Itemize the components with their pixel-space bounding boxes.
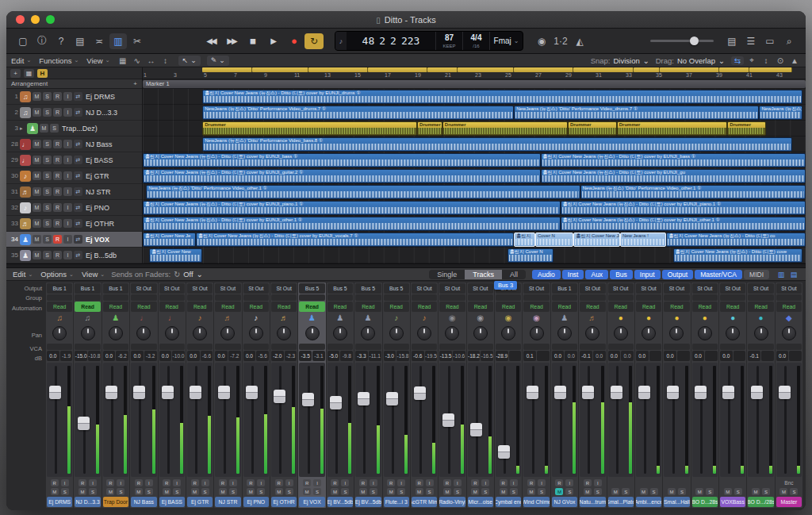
peak-value[interactable]	[789, 351, 802, 361]
output-slot[interactable]: St Out	[664, 283, 689, 294]
solo-button[interactable]: S	[89, 488, 97, 495]
vca-slot[interactable]	[75, 344, 100, 350]
output-slot[interactable]: St Out	[523, 283, 549, 294]
automation-mode-button[interactable]: Read	[159, 302, 185, 312]
mute-button[interactable]: M	[191, 488, 199, 495]
solo-button[interactable]: S	[43, 235, 52, 244]
fader-cap[interactable]	[218, 386, 230, 399]
input-monitor-button[interactable]: I	[313, 479, 321, 486]
channel-strip[interactable]: Bus 1 Read ♟ 0.0 -6.2 R I	[102, 282, 129, 508]
automation-mode-button[interactable]: Read	[496, 302, 521, 312]
record-enable-button[interactable]: R	[527, 479, 535, 486]
fader-cap[interactable]	[638, 386, 650, 399]
pan-knob[interactable]	[698, 326, 712, 340]
hide-button[interactable]: H	[37, 69, 48, 78]
peak-value[interactable]: -5.6	[256, 351, 269, 361]
record-enable-button[interactable]: R	[106, 479, 114, 486]
solo-button[interactable]: S	[61, 488, 69, 495]
volume-fader[interactable]	[327, 363, 353, 477]
record-enable-button[interactable]: R	[443, 479, 451, 486]
peak-value[interactable]: 0.0	[565, 351, 577, 361]
record-enable-button[interactable]: R	[135, 479, 143, 486]
mute-button[interactable]: M	[387, 488, 395, 495]
volume-value[interactable]: 0.0	[47, 351, 59, 361]
channel-name[interactable]: Smal...Plate	[608, 497, 634, 507]
group-slot[interactable]	[159, 294, 185, 301]
channel-strip[interactable]: St Out Read ◉ 0.1 R I	[523, 282, 550, 508]
volume-fader[interactable]	[580, 363, 605, 477]
channel-strip[interactable]: Bus 1 Read ♟ 0.0 0.0 R I	[551, 282, 578, 508]
channel-name[interactable]: Radio-Vinyl	[439, 497, 465, 507]
region[interactable]: NewJeans (뉴진스) 'Ditto' Performance Video…	[202, 106, 514, 120]
group-slot[interactable]	[692, 294, 718, 301]
add-track-button[interactable]: +	[10, 69, 21, 78]
solo-button[interactable]: S	[397, 488, 405, 495]
record-button[interactable]: ●	[284, 33, 303, 49]
volume-value[interactable]: 0.0	[131, 351, 144, 361]
channel-strip[interactable]: Bus 5 Read ♟ -3.5 -3.1 R I	[298, 282, 325, 508]
vca-slot[interactable]	[608, 344, 634, 350]
pan-knob[interactable]	[193, 326, 207, 340]
input-monitor-button[interactable]: I	[63, 251, 72, 259]
channel-filter-button[interactable]: Bus	[610, 270, 633, 279]
region[interactable]: 홀린지 Cover New Je	[143, 233, 196, 247]
solo-button[interactable]: S	[734, 488, 742, 495]
peak-value[interactable]	[733, 351, 746, 361]
track-name[interactable]: Ej DRMS	[86, 93, 142, 101]
channel-strip[interactable]: St Out Read ♪ 0.0 -5.6 R I	[243, 282, 270, 508]
volume-slider[interactable]	[650, 40, 714, 42]
volume-value[interactable]: -28.9	[496, 351, 508, 361]
solo-button[interactable]: S	[313, 488, 321, 495]
track-header[interactable]: 3 ▸ ♟ M S R I ⇄ Trap...Dez)	[6, 121, 142, 136]
channel-name[interactable]: Wind Chime	[523, 497, 549, 507]
automation-mode-button[interactable]: Read	[552, 302, 577, 312]
group-slot[interactable]	[552, 294, 577, 301]
automation-mode-button[interactable]: Read	[776, 302, 802, 312]
record-enable-button[interactable]: R	[500, 479, 508, 486]
record-enable-button[interactable]: R	[247, 479, 255, 486]
mute-button[interactable]: M	[33, 187, 41, 196]
volume-value[interactable]: 0.0	[243, 351, 256, 361]
channel-strip[interactable]: St Out Read ● 0.0 R I	[691, 282, 718, 508]
list-editors-icon[interactable]: ☰	[742, 33, 760, 49]
solo-button[interactable]: S	[510, 488, 518, 495]
channel-strip[interactable]: Bus 1 Read ♫ -15.0 -10.8 R I	[74, 282, 101, 508]
solo-button[interactable]: S	[622, 488, 630, 495]
mute-button[interactable]: M	[779, 488, 787, 495]
automation-mode-button[interactable]: Read	[468, 302, 493, 312]
solo-button[interactable]: S	[706, 488, 714, 495]
record-enable-button[interactable]: R	[53, 156, 62, 164]
region[interactable]: Cover N	[535, 233, 573, 247]
volume-value[interactable]: 0.0	[776, 351, 789, 361]
vca-slot[interactable]	[439, 344, 465, 350]
region[interactable]: Drummer	[568, 121, 617, 136]
vca-slot[interactable]	[664, 344, 689, 350]
toolbar-view-icon[interactable]: ▤	[723, 33, 741, 49]
solo-button[interactable]: S	[257, 488, 265, 495]
mute-button[interactable]: M	[163, 488, 170, 495]
track-header[interactable]: 33 ▸ ♬ M S R I ⇄ Ej OTHR	[6, 216, 142, 232]
vca-slot[interactable]	[103, 344, 128, 350]
ruler[interactable]: 135791113151719212325272931333537394143	[143, 67, 806, 79]
automation-mode-button[interactable]: Read	[439, 302, 465, 312]
peak-value[interactable]: -15.8	[396, 351, 409, 361]
input-monitor-button[interactable]: I	[117, 479, 124, 486]
vca-slot[interactable]	[355, 344, 381, 350]
peak-value[interactable]: -9.8	[340, 351, 353, 361]
group-slot[interactable]	[523, 294, 549, 301]
fader-cap[interactable]	[722, 386, 734, 399]
channel-strip[interactable]: St Out Read ♪ -0.6 -19.5 R I	[411, 282, 438, 508]
region[interactable]: NewJeans (뉴진스) 'Ditto' Performance Video…	[580, 185, 806, 199]
channel-name[interactable]: Flute...i 3	[384, 497, 409, 507]
solo-button[interactable]: S	[454, 488, 462, 495]
fader-cap[interactable]	[779, 386, 791, 399]
mute-button[interactable]: M	[33, 171, 41, 180]
time-signature-display[interactable]: 4/4/16	[462, 32, 489, 50]
input-monitor-button[interactable]: I	[257, 479, 265, 486]
channel-strip[interactable]: St Out Read ● 0.0 R I	[635, 282, 662, 508]
solo-button[interactable]: S	[538, 488, 546, 495]
pan-knob[interactable]	[754, 326, 768, 340]
menu-options[interactable]: Options⌄	[40, 270, 74, 279]
pan-knob[interactable]	[417, 326, 431, 340]
automation-mode-button[interactable]: Read	[103, 302, 128, 312]
